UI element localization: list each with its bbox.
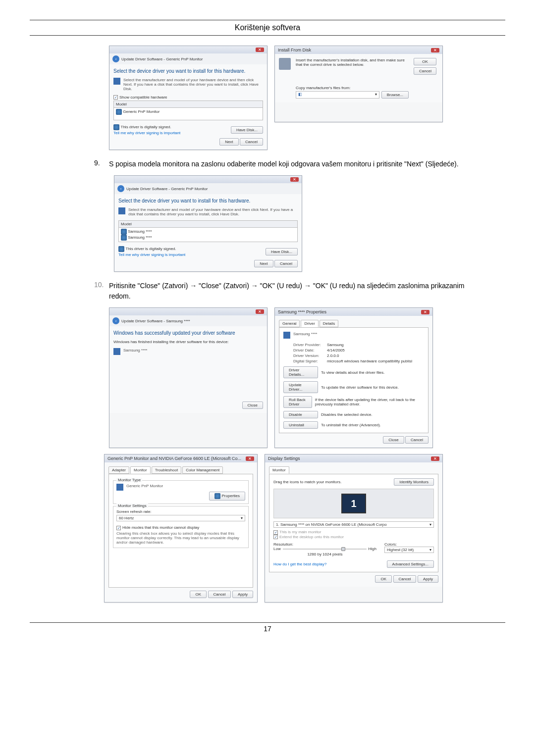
cancel-button[interactable]: Cancel xyxy=(274,260,298,267)
identify-button[interactable]: Identify Monitors xyxy=(394,478,434,486)
window-title: Generic PnP Monitor and NVIDIA GeForce 6… xyxy=(107,456,241,461)
uninstall-button[interactable]: Uninstall xyxy=(283,421,318,429)
shield-icon xyxy=(118,246,124,252)
close-icon[interactable]: ✕ xyxy=(256,309,264,314)
extend-checkbox xyxy=(273,535,278,539)
close-icon[interactable]: ✕ xyxy=(431,48,439,52)
model-item[interactable]: Samsung **** xyxy=(128,230,152,234)
subtext: Windows has finished installing the driv… xyxy=(113,340,263,344)
tab-general[interactable]: General xyxy=(279,320,300,327)
close-icon[interactable]: ✕ xyxy=(246,456,254,461)
page-title: Korištenje softvera xyxy=(30,23,505,32)
heading: Windows has successfully updated your dr… xyxy=(113,330,263,336)
nav-title: Update Driver Software - Generic PnP Mon… xyxy=(121,57,203,61)
signer-value: microsoft windows hardware compatibility… xyxy=(327,359,412,363)
have-disk-button[interactable]: Have Disk... xyxy=(266,248,298,255)
tab-troubleshoot[interactable]: Troubleshoot xyxy=(152,466,181,474)
update-driver-button[interactable]: Update Driver... xyxy=(283,381,318,393)
close-icon[interactable]: ✕ xyxy=(256,48,264,52)
ok-button[interactable]: OK xyxy=(375,575,392,583)
compat-checkbox[interactable] xyxy=(113,95,118,100)
signer-label: Digital Signer: xyxy=(293,359,323,363)
monitor-type-value: Generic PnP Monitor xyxy=(126,484,163,488)
details-text: To view details about the driver files. xyxy=(321,370,385,375)
tab-monitor[interactable]: Monitor xyxy=(269,466,289,474)
advanced-button[interactable]: Advanced Settings... xyxy=(387,560,434,568)
rollback-text: If the device fails after updating the d… xyxy=(315,398,424,406)
signing-link[interactable]: Tell me why driver signing is important xyxy=(118,252,185,257)
heading: Select the device driver you want to ins… xyxy=(118,198,298,203)
properties-button[interactable]: Properties xyxy=(209,492,245,501)
browse-button[interactable]: Browse... xyxy=(381,91,409,99)
message: Insert the manufacturer's installation d… xyxy=(296,58,409,67)
cancel-button[interactable]: Cancel xyxy=(393,575,417,583)
apply-button[interactable]: Apply xyxy=(232,591,253,598)
monitor-preview[interactable]: 1 xyxy=(341,494,366,513)
close-button[interactable]: Close xyxy=(383,436,404,444)
cancel-button[interactable]: Cancel xyxy=(405,436,428,444)
model-item[interactable]: Generic PnP Monitor xyxy=(123,110,160,114)
shield-icon xyxy=(116,109,122,115)
ok-button[interactable]: OK xyxy=(190,591,207,598)
resolution-slider[interactable]: LowHigh xyxy=(273,547,376,551)
file-path-input[interactable]: ◧▾ xyxy=(296,91,379,99)
close-icon[interactable]: ✕ xyxy=(290,177,299,182)
copy-label: Copy manufacturer's files from: xyxy=(296,86,409,90)
main-monitor-checkbox xyxy=(273,530,278,535)
window-title: Install From Disk xyxy=(278,48,311,52)
tab-monitor[interactable]: Monitor xyxy=(130,466,151,474)
floppy-icon xyxy=(279,58,291,70)
monitor-type-label: Monitor Type xyxy=(116,478,142,482)
back-icon[interactable]: ‹ xyxy=(117,185,124,192)
subtext: Select the manufacturer and model of you… xyxy=(128,207,298,216)
tab-driver[interactable]: Driver xyxy=(301,320,318,327)
model-header: Model xyxy=(113,101,263,107)
main-monitor-label: This is my main monitor xyxy=(279,530,321,534)
apply-button[interactable]: Apply xyxy=(418,575,438,583)
cancel-button[interactable]: Cancel xyxy=(414,67,436,75)
device-icon xyxy=(113,78,120,85)
have-disk-button[interactable]: Have Disk... xyxy=(231,126,263,134)
page-number: 17 xyxy=(30,625,505,633)
date-label: Driver Date: xyxy=(293,348,323,353)
device-icon xyxy=(118,207,125,214)
close-icon[interactable]: ✕ xyxy=(431,456,439,461)
provider-label: Driver Provider: xyxy=(293,343,323,347)
disable-button[interactable]: Disable xyxy=(283,411,318,418)
rollback-button[interactable]: Roll Back Driver xyxy=(283,396,312,408)
close-window: ✕ ‹Update Driver Software - Samsung ****… xyxy=(109,307,268,448)
shield-icon xyxy=(121,235,127,241)
close-icon[interactable]: ✕ xyxy=(421,310,429,314)
driver-details-button[interactable]: Driver Details... xyxy=(283,366,318,378)
back-icon[interactable]: ‹ xyxy=(112,55,119,62)
properties-window: Samsung **** Properties✕ GeneralDriverDe… xyxy=(274,307,433,448)
next-button[interactable]: Next xyxy=(219,138,238,146)
hide-modes-checkbox[interactable] xyxy=(116,526,121,530)
resolution-label: Resolution: xyxy=(273,542,376,547)
monitor-select[interactable]: 1. Samsung **** on NVIDIA GeForce 6600 L… xyxy=(273,521,434,528)
ok-button[interactable]: OK xyxy=(414,58,436,65)
model-header: Model xyxy=(118,220,298,227)
close-button[interactable]: Close xyxy=(242,402,263,409)
next-button[interactable]: Next xyxy=(254,260,273,267)
model-item[interactable]: Samsung **** xyxy=(128,236,152,240)
refresh-select[interactable]: 60 Hertz▾ xyxy=(116,515,245,521)
refresh-label: Screen refresh rate: xyxy=(116,509,245,514)
signing-link[interactable]: Tell me why driver signing is important xyxy=(113,131,180,135)
monitor-icon xyxy=(116,484,123,491)
best-display-link[interactable]: How do I get the best display? xyxy=(273,562,326,566)
tab-details[interactable]: Details xyxy=(320,320,338,327)
hide-modes-text: Clearing this check box allows you to se… xyxy=(116,531,245,545)
tab-adapter[interactable]: Adapter xyxy=(108,466,129,474)
tab-color[interactable]: Color Management xyxy=(182,466,223,474)
back-icon[interactable]: ‹ xyxy=(112,317,119,324)
cancel-button[interactable]: Cancel xyxy=(240,138,263,146)
step-number: 9. xyxy=(94,159,109,169)
window-title: Display Settings xyxy=(268,456,300,461)
device-icon xyxy=(113,348,120,355)
version-value: 2.0.0.0 xyxy=(327,353,339,358)
device-icon xyxy=(283,332,290,339)
colors-select[interactable]: Highest (32 bit)▾ xyxy=(384,547,434,553)
cancel-button[interactable]: Cancel xyxy=(208,591,231,598)
disable-text: Disables the selected device. xyxy=(321,412,373,417)
